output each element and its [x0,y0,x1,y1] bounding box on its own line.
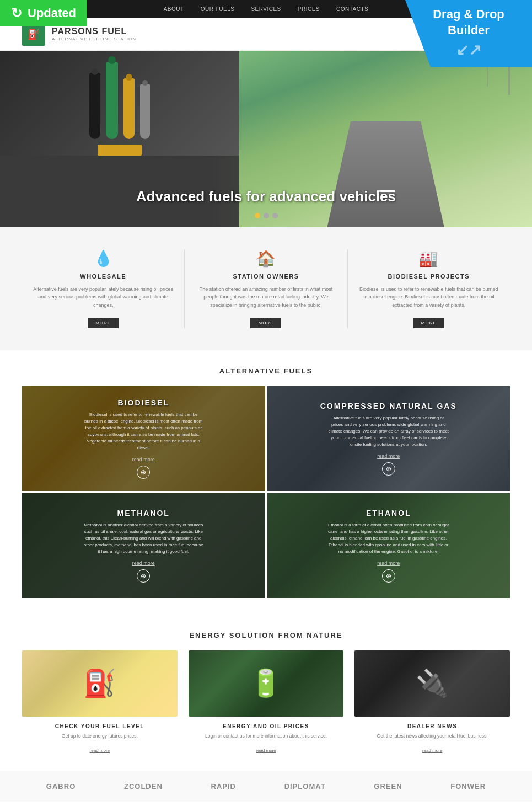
cng-read-more[interactable]: read more [377,453,400,459]
energy-section-title: ENERGY SOLUTION FROM NATURE [22,631,510,639]
wholesale-btn[interactable]: MORE [88,318,119,328]
brand-rapid: RAPID [211,782,236,791]
cng-card-desc: Alternative fuels are very popular latel… [328,415,449,448]
ethanol-overlay: ETHANOL Ethanol is a form of alcohol oft… [267,493,510,598]
wholesale-title: WHOLESALE [33,273,173,280]
dealer-news-read-more[interactable]: read more [422,748,442,753]
fuel-card-methanol[interactable]: METHANOL Methanol is another alcohol der… [22,493,265,598]
brand-zcolden: ZCOLDEN [124,782,163,791]
biodiesel-read-more[interactable]: read more [132,457,155,462]
updated-badge: ↻ Updated [0,0,87,26]
brand-green: green [374,782,402,791]
logo-sub: ALTERNATIVE FUELING STATION [52,36,136,41]
dnd-line2: Builder [448,23,490,37]
oil-prices-bg: 🔋 [189,650,344,717]
methanol-card-desc: Methanol is another alcohol derived from… [83,522,204,555]
biodiesel-overlay: BIODIESEL Biodiesel is used to refer to … [22,386,265,491]
fuel-card-ethanol[interactable]: ETHANOL Ethanol is a form of alcohol oft… [267,493,510,598]
fuel-level-read-more[interactable]: read more [90,748,110,753]
feature-station-owners: 🏠 STATION OWNERS The station offered an … [185,244,347,334]
brand-diplomat: DIPLOMAT [284,782,326,791]
dnd-line1: Drag & Drop [433,7,504,21]
oil-prices-visual: 🔋 [249,668,282,699]
fuel-station-visual: ⛽ [83,668,116,699]
energy-card-oil-prices: 🔋 ENERGY AND OIL PRICES Login or contact… [189,650,344,754]
features-section: 💧 WHOLESALE Alternative fuels are very p… [0,227,532,350]
dealer-news-img: 🔌 [354,650,510,717]
logo-text: PARSONS FUEL ALTERNATIVE FUELING STATION [52,26,136,41]
oil-prices-desc: Login or contact us for more information… [189,733,344,740]
hero-dot-3[interactable] [272,213,278,218]
biodiesel-circle-icon: ⊕ [137,466,150,479]
fuel-card-cng[interactable]: COMPRESSED NATURAL GAS Alternative fuels… [267,386,510,491]
wholesale-icon: 💧 [33,249,173,268]
nav-about[interactable]: ABOUT [164,6,184,12]
fuel-card-biodiesel[interactable]: BIODIESEL Biodiesel is used to refer to … [22,386,265,491]
fuel-level-title: CHECK YOUR FUEL LEVEL [22,723,178,729]
brand-fonwer: FONWER [450,782,486,791]
ethanol-read-more[interactable]: read more [377,561,400,566]
hero-dot-2[interactable] [264,213,269,218]
dealer-news-title: DEALER NEWS [354,723,510,729]
hero-dot-1[interactable] [255,213,260,218]
nav-our-fuels[interactable]: OUR FUELS [201,6,235,12]
ethanol-card-desc: Ethanol is a form of alcohol often produ… [328,522,449,555]
hero-dots [255,213,278,218]
nav-prices[interactable]: PRICES [298,6,320,12]
hero-left [0,51,239,156]
energy-grid: ⛽ CHECK YOUR FUEL LEVEL Get up to date e… [22,650,510,754]
oil-prices-read-more[interactable]: read more [256,748,276,753]
methanol-overlay: METHANOL Methanol is another alcohol der… [22,493,265,598]
refresh-icon: ↻ [11,6,22,21]
fuel-level-desc: Get up to date energy futures prices. [22,733,178,740]
methanol-card-title: METHANOL [117,509,170,517]
dealer-news-visual: 🔌 [416,668,449,699]
wholesale-desc: Alternative fuels are very popular latel… [33,285,173,309]
nav-contacts[interactable]: CONTACTS [336,6,368,12]
brand-gabro: GABRO [46,782,76,791]
cng-overlay: COMPRESSED NATURAL GAS Alternative fuels… [267,386,510,491]
brands-bar: GABRO ZCOLDEN RAPID DIPLOMAT green FONWE… [0,771,532,802]
energy-card-dealer-news: 🔌 DEALER NEWS Get the latest news affect… [354,650,510,754]
fuel-level-img: ⛽ [22,650,178,717]
alt-fuels-section: ALTERNATIVE FUELS BIODIESEL Biodiesel is… [0,350,532,615]
ethanol-card-title: ETHANOL [366,509,411,517]
biodiesel-projects-btn[interactable]: MORE [413,318,444,328]
logo-name: PARSONS FUEL [52,26,136,36]
methanol-circle-icon: ⊕ [137,569,150,583]
oil-prices-img: 🔋 [189,650,344,717]
biodiesel-projects-title: BIODIESEL PROJECTS [359,273,499,280]
station-owners-title: STATION OWNERS [196,273,336,280]
hero-tagline: Advanced fuels for advanced vehicles [0,188,532,205]
fuels-grid: BIODIESEL Biodiesel is used to refer to … [22,386,510,598]
feature-biodiesel-projects: 🏭 BIODIESEL PROJECTS Biodiesel is used t… [348,244,510,334]
ethanol-circle-icon: ⊕ [382,569,395,583]
biodiesel-projects-desc: Biodiesel is used to refer to renewable … [359,285,499,309]
energy-card-fuel-level: ⛽ CHECK YOUR FUEL LEVEL Get up to date e… [22,650,178,754]
nav-services[interactable]: SERVICES [251,6,281,12]
fuel-station-bg: ⛽ [22,650,178,717]
biodiesel-card-title: BIODIESEL [118,398,169,407]
feature-wholesale: 💧 WHOLESALE Alternative fuels are very p… [22,244,184,334]
cng-circle-icon: ⊕ [382,462,395,476]
dnd-arrow-icon: ↙↗ [415,40,522,60]
biodiesel-card-desc: Biodiesel is used to refer to renewable … [83,412,204,451]
dealer-news-desc: Get the latest news affecting your retai… [354,733,510,740]
biodiesel-projects-icon: 🏭 [359,249,499,268]
cng-card-title: COMPRESSED NATURAL GAS [320,402,457,410]
oil-prices-title: ENERGY AND OIL PRICES [189,723,344,729]
dealer-news-bg: 🔌 [354,650,510,717]
station-owners-btn[interactable]: MORE [250,318,281,328]
energy-section: ENERGY SOLUTION FROM NATURE ⛽ CHECK YOUR… [0,615,532,771]
hero-section: Advanced fuels for advanced vehicles [0,51,532,227]
station-owners-desc: The station offered an amazing number of… [196,285,336,309]
station-owners-icon: 🏠 [196,249,336,268]
updated-label: Updated [28,6,76,20]
alt-fuels-title: ALTERNATIVE FUELS [22,367,510,375]
methanol-read-more[interactable]: read more [132,561,155,566]
